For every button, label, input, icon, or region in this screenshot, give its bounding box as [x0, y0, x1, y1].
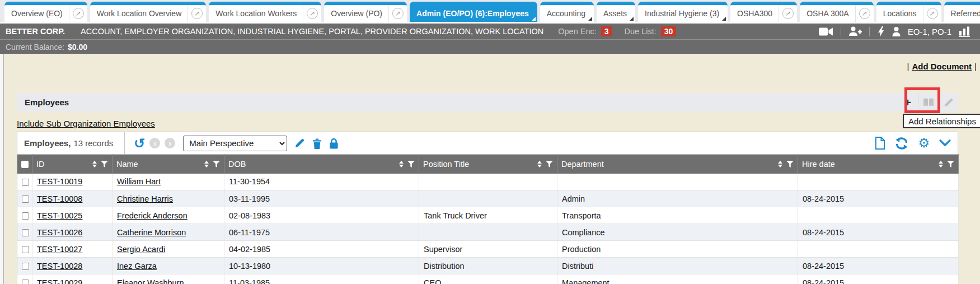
row-checkbox[interactable]	[22, 195, 29, 203]
employee-id-link[interactable]: TEST-10026	[37, 228, 82, 237]
left-splitter[interactable]	[0, 54, 4, 284]
edit-perspective-pencil-icon[interactable]	[294, 138, 305, 148]
tab-accounting[interactable]: Accounting	[540, 2, 594, 22]
tab-overview-eo[interactable]: Overview (EO) ↗	[4, 2, 87, 22]
add-relationships-button[interactable]: +	[898, 93, 918, 111]
tab-industrial-hygiene-3[interactable]: Industrial Hygiene (3)	[638, 2, 728, 22]
row-checkbox[interactable]	[22, 246, 29, 253]
next-page-button[interactable]: ›	[165, 138, 175, 148]
tab-osha300[interactable]: OSHA300 ↗	[730, 2, 797, 22]
department-cell: Transporta	[557, 207, 798, 224]
chevron-down-icon[interactable]	[939, 139, 951, 147]
position-title-cell	[419, 190, 557, 207]
employee-id-link[interactable]: TEST-10025	[37, 211, 82, 220]
dob-cell: 04-02-1985	[224, 241, 419, 258]
filter-funnel-icon[interactable]	[947, 161, 954, 167]
employee-name-link[interactable]: William Hart	[117, 177, 161, 186]
column-header-label: ID	[36, 160, 45, 169]
open-new-window-icon: ↗	[191, 8, 203, 19]
filter-funnel-icon[interactable]	[546, 161, 553, 167]
employee-name-link[interactable]: Eleanor Washburn	[117, 278, 184, 284]
filter-funnel-icon[interactable]	[786, 161, 794, 167]
table-body: TEST-10019 William Hart 11-30-1954 TEST-…	[17, 174, 959, 284]
tab-locations[interactable]: Locations ↗	[876, 2, 941, 22]
dob-cell: 10-13-1980	[224, 258, 419, 274]
tab-overview-po[interactable]: Overview (PO) ↗	[324, 2, 407, 22]
tab-popout-button[interactable]: ↗	[855, 5, 874, 22]
filter-funnel-icon[interactable]	[407, 161, 415, 167]
column-header-department[interactable]: Department	[557, 155, 798, 174]
column-header-position-title[interactable]: Position Title	[419, 155, 557, 174]
tab-popout-button[interactable]: ↗	[779, 5, 797, 22]
tab-osha-300a[interactable]: OSHA 300A ↗	[800, 2, 874, 22]
sort-icon[interactable]	[92, 161, 97, 167]
lock-icon[interactable]	[329, 138, 339, 149]
prev-page-button[interactable]: ‹	[149, 138, 160, 148]
tab-admin-eo-po-6-employees[interactable]: Admin (EO/PO) (6):Employees	[410, 2, 537, 22]
person-icon[interactable]	[892, 27, 901, 36]
sort-icon[interactable]	[778, 161, 782, 167]
tab-label: Assets	[603, 9, 635, 18]
gear-icon[interactable]: ⚙	[918, 137, 930, 150]
add-person-icon[interactable]	[848, 26, 862, 36]
column-header-id[interactable]: ID	[32, 155, 112, 174]
employee-name-link[interactable]: Catherine Morrison	[117, 228, 186, 237]
bar-chart-icon[interactable]	[959, 26, 971, 37]
tab-assets[interactable]: Assets	[597, 2, 635, 22]
tab-popout-button[interactable]: ↗	[388, 5, 407, 22]
tab-referred-orders[interactable]: Referred Orders ↗	[944, 2, 980, 22]
delete-trash-icon[interactable]	[312, 138, 322, 149]
open-new-window-icon: ↗	[392, 8, 404, 19]
edit-pencil-icon-disabled[interactable]	[938, 93, 958, 111]
column-header-dob[interactable]: DOB	[224, 155, 419, 174]
tab-popout-button[interactable]: ↗	[303, 5, 321, 22]
include-sub-organization-link[interactable]: Include Sub Organization Employees	[17, 119, 155, 128]
tab-popout-button[interactable]: ↗	[923, 5, 941, 22]
employee-id-link[interactable]: TEST-10008	[37, 194, 82, 203]
filter-funnel-icon[interactable]	[101, 161, 108, 167]
column-header-hire-date[interactable]: Hire date	[798, 155, 959, 174]
tab-bar: Overview (EO) ↗ Work Location Overview ↗…	[0, 0, 980, 22]
dob-cell: 11-30-1954	[224, 174, 419, 190]
lightning-icon[interactable]	[877, 26, 885, 37]
add-document-row: |Add Document|	[0, 54, 980, 73]
table-row: TEST-10008 Christine Harris 03-11-1995 A…	[17, 190, 959, 207]
refresh-icon[interactable]	[895, 137, 908, 150]
sort-icon[interactable]	[939, 161, 943, 167]
perspective-select[interactable]: Main Perspective	[183, 136, 287, 151]
new-document-icon[interactable]	[875, 137, 885, 150]
employee-id-link[interactable]: TEST-10019	[37, 177, 82, 186]
sort-icon[interactable]	[537, 161, 542, 167]
employee-id-link[interactable]: TEST-10029	[37, 278, 82, 284]
hire-date-cell	[798, 174, 959, 190]
employee-name-link[interactable]: Christine Harris	[117, 194, 173, 203]
employee-name-link[interactable]: Sergio Acardi	[117, 245, 165, 254]
sort-icon[interactable]	[204, 161, 209, 167]
hire-date-cell	[798, 207, 959, 224]
select-all-checkbox[interactable]	[21, 161, 29, 168]
tab-work-location-overview[interactable]: Work Location Overview ↗	[90, 2, 206, 22]
book-icon[interactable]	[918, 93, 938, 111]
tab-label: Locations	[883, 9, 923, 18]
column-header-name[interactable]: Name	[112, 155, 224, 174]
undo-icon[interactable]: ↺	[134, 137, 145, 150]
employee-id-link[interactable]: TEST-10028	[37, 262, 82, 271]
employee-name-link[interactable]: Frederick Anderson	[117, 211, 187, 220]
row-checkbox[interactable]	[22, 263, 29, 270]
tab-label: Work Location Overview	[97, 9, 187, 18]
sort-icon[interactable]	[399, 161, 404, 167]
employee-id-link[interactable]: TEST-10027	[37, 245, 82, 254]
row-checkbox[interactable]	[22, 179, 29, 186]
tab-popout-button[interactable]: ↗	[69, 5, 87, 22]
row-checkbox[interactable]	[22, 280, 29, 284]
filter-funnel-icon[interactable]	[213, 161, 220, 167]
row-checkbox[interactable]	[22, 229, 29, 236]
due-list-stat: Due List: 30	[625, 26, 677, 36]
tab-popout-button[interactable]: ↗	[187, 5, 206, 22]
dob-cell: 11-03-1985	[224, 274, 419, 284]
employee-name-link[interactable]: Inez Garza	[117, 262, 157, 271]
tab-work-location-workers[interactable]: Work Location Workers ↗	[209, 2, 321, 22]
row-checkbox[interactable]	[22, 212, 29, 220]
video-camera-icon[interactable]	[819, 27, 833, 36]
add-document-link[interactable]: Add Document	[912, 62, 972, 71]
